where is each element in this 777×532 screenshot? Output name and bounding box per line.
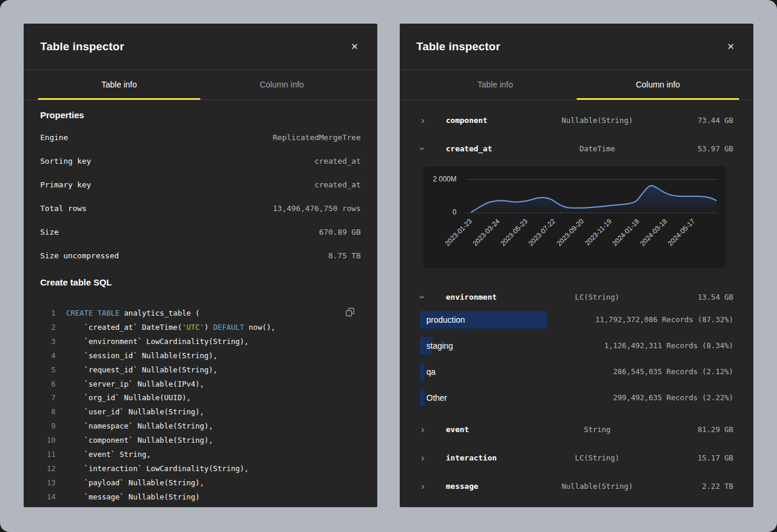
column-row-message[interactable]: ›messageNullable(String)2.22 TB [420,472,733,500]
line-number: 6 [40,377,56,391]
property-value: 13,496,476,750 rows [273,204,361,213]
line-number: 3 [40,335,56,349]
code-token: , [360,507,365,507]
x-axis-tick-label: 2023-09-20 [555,218,585,247]
code-token: DEFAULT [213,323,244,332]
tab-column-info[interactable]: Column info [577,70,739,99]
line-number: 14 [40,490,56,504]
value-row-staging: staging1,126,492,311 Records (8.34%) [420,337,733,355]
chevron-down-icon[interactable]: › [420,144,440,154]
column-type: String [526,425,668,434]
value-count: 11,792,372,086 Records (87.32%) [595,311,733,329]
code-line: 1CREATE TABLE analytics_table ( [40,306,361,320]
code-line: 14 `message` Nullable(String) [40,490,361,504]
close-icon[interactable]: ✕ [724,40,737,53]
code-text: `event` String, [66,447,151,462]
line-number: 1 [40,306,56,320]
create-table-sql-heading: Create table SQL [40,277,361,287]
tab-bar: Table info Column info [400,70,753,100]
chevron-down-icon[interactable]: › [420,292,440,302]
line-number: 13 [40,476,56,490]
property-label: Engine [40,133,68,142]
line-number: 15 [40,504,56,507]
column-name: component [440,116,526,125]
property-row: Size uncompressed8.75 TB [40,244,361,267]
value-row-production: production11,792,372,086 Records (87.32%… [420,311,733,329]
column-row-environment[interactable]: ›environmentLC(String)13.54 GB [420,283,733,311]
code-text: ) ENGINE = ReplicatedMergeTree('/clickho… [66,504,364,507]
column-row-created_at[interactable]: ›created_atDateTime53.97 GB [420,134,733,163]
tab-bar: Table info Column info [24,70,377,100]
line-number: 5 [40,363,56,377]
column-name: message [440,482,526,491]
code-token: `namespace` Nullable(String), [66,421,213,430]
environment-values: production11,792,372,086 Records (87.32%… [420,311,733,407]
code-line: 8 `user_id` Nullable(String), [40,405,361,419]
code-text: `component` Nullable(String), [66,433,213,447]
code-token: ) [204,323,213,332]
code-token: `event` String, [66,450,151,459]
property-label: Size uncompressed [40,251,119,260]
column-row-component[interactable]: ›componentNullable(String)73.44 GB [420,106,733,134]
modal-title: Table inspector [416,40,500,53]
value-label: qa [420,363,436,381]
y-axis-tick-max: 2 000M [423,175,457,183]
property-row: Sorting keycreated_at [40,149,361,173]
tab-table-info[interactable]: Table info [38,70,200,99]
line-number: 8 [40,405,56,419]
code-token: `request_id` Nullable(String), [66,365,218,374]
chevron-right-icon[interactable]: › [420,481,440,491]
x-axis-tick-label: 2023-11-19 [584,218,613,246]
code-text: `user_id` Nullable(String), [66,405,204,419]
property-row: Total rows13,496,476,750 rows [40,196,361,220]
property-value: ReplicatedMergeTree [273,133,361,142]
chevron-right-icon[interactable]: › [420,453,440,463]
tab-column-info[interactable]: Column info [200,70,363,99]
column-type: LC(String) [526,293,668,301]
area-chart-plot [466,166,717,213]
code-token: CREATE TABLE [66,309,119,317]
x-axis-tick-label: 2023-01-23 [443,218,473,247]
x-axis-tick-label: 2023-07-22 [527,218,557,247]
table-inspector-modal-column-info: Table inspector ✕ Table info Column info… [400,24,753,507]
chevron-right-icon[interactable]: › [420,424,440,434]
x-axis-labels: 2023-01-232023-03-242023-05-232023-07-22… [466,218,717,265]
sql-code-block: 1CREATE TABLE analytics_table (2 `create… [40,306,361,507]
code-line: 3 `environment` LowCardinality(String), [40,335,361,349]
column-name: environment [440,293,526,301]
column-name: event [440,425,526,434]
tab-table-info[interactable]: Table info [414,70,577,99]
modal-header: Table inspector ✕ [400,24,753,70]
value-label: staging [420,337,453,355]
code-token: 'UTC' [182,323,205,332]
code-text: CREATE TABLE analytics_table ( [66,306,200,320]
code-token: analytics_table ( [119,309,199,317]
line-number: 2 [40,320,56,335]
column-size: 73.44 GB [668,116,733,125]
column-size: 15.17 GB [668,453,733,462]
column-row-interaction[interactable]: ›interactionLC(String)15.17 GB [420,443,733,472]
chevron-right-icon[interactable]: › [420,115,440,125]
value-label: Other [420,389,447,407]
line-number: 4 [40,349,56,363]
column-row-event[interactable]: ›eventString81.29 GB [420,415,733,443]
line-number: 9 [40,419,56,433]
column-size: 2.22 TB [668,482,733,491]
column-type: LC(String) [526,453,668,462]
property-label: Total rows [40,204,86,213]
property-value: created_at [315,157,361,166]
code-line: 9 `namespace` Nullable(String), [40,419,361,433]
x-axis-tick-label: 2024-05-17 [666,218,696,247]
code-text: `session_id` Nullable(String), [66,349,218,363]
column-size: 13.54 GB [668,293,733,301]
close-icon[interactable]: ✕ [348,40,361,53]
code-token: `user_id` Nullable(String), [66,407,204,416]
value-row-qa: qa286,545,035 Records (2.12%) [420,363,733,381]
property-row: EngineReplicatedMergeTree [40,125,361,149]
x-axis-tick-label: 2023-05-23 [500,218,529,247]
copy-icon[interactable] [342,304,358,322]
code-text: `namespace` Nullable(String), [66,419,213,433]
code-text: `server_ip` Nullable(IPv4), [66,377,204,391]
property-label: Size [40,228,59,236]
code-line: 10 `component` Nullable(String), [40,433,361,447]
